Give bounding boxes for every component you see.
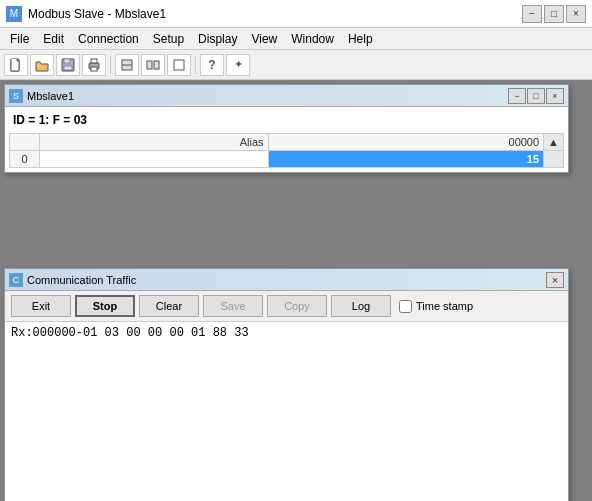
menu-view[interactable]: View [245, 30, 283, 48]
table-row: 0 15 [10, 151, 564, 168]
mbslave1-window: S Mbslave1 − □ × ID = 1: F = 03 Alias 00… [4, 84, 569, 173]
menu-help[interactable]: Help [342, 30, 379, 48]
scrollbar-header[interactable]: ▲ [544, 134, 564, 151]
menu-file[interactable]: File [4, 30, 35, 48]
col-rownum-header [10, 134, 40, 151]
menu-setup[interactable]: Setup [147, 30, 190, 48]
comm-icon: C [9, 273, 23, 287]
value-cell: 15 [268, 151, 544, 168]
app-icon: M [6, 6, 22, 22]
comm-close-button[interactable]: × [546, 272, 564, 288]
app-title: Modbus Slave - Mbslave1 [28, 7, 166, 21]
svg-rect-7 [91, 59, 97, 63]
comm-buttons-bar: Exit Stop Clear Save Copy Log Time stamp [5, 291, 568, 322]
toolbar-sep1 [110, 56, 111, 74]
new-button[interactable] [4, 54, 28, 76]
maximize-button[interactable]: □ [544, 5, 564, 23]
open-button[interactable] [30, 54, 54, 76]
workspace: S Mbslave1 − □ × ID = 1: F = 03 Alias 00… [0, 80, 592, 501]
mbslave1-title-bar: S Mbslave1 − □ × [5, 85, 568, 107]
save-button[interactable] [56, 54, 80, 76]
svg-rect-5 [64, 66, 72, 70]
svg-rect-13 [174, 60, 184, 70]
alias-cell [40, 151, 269, 168]
mbslave1-icon: S [9, 89, 23, 103]
col-value-header: 00000 [268, 134, 544, 151]
stop-button[interactable]: Stop [75, 295, 135, 317]
svg-rect-4 [64, 59, 70, 63]
mbslave1-close[interactable]: × [546, 88, 564, 104]
copy-button[interactable]: Copy [267, 295, 327, 317]
help-button[interactable]: ? [200, 54, 224, 76]
timestamp-label: Time stamp [416, 300, 473, 312]
slave-content: ID = 1: F = 03 Alias 00000 ▲ 0 [5, 107, 568, 172]
print-button[interactable] [82, 54, 106, 76]
comm-content: Rx:000000-01 03 00 00 00 01 88 33 [5, 322, 568, 501]
timestamp-checkbox[interactable] [399, 300, 412, 313]
comm-traffic-window: C Communication Traffic × Exit Stop Clea… [4, 268, 569, 501]
menu-connection[interactable]: Connection [72, 30, 145, 48]
slave-table: Alias 00000 ▲ 0 15 [9, 133, 564, 168]
mbslave1-maximize[interactable]: □ [527, 88, 545, 104]
clear-button[interactable]: Clear [139, 295, 199, 317]
mbslave1-controls: − □ × [508, 88, 564, 104]
menu-bar: File Edit Connection Setup Display View … [0, 28, 592, 50]
scrollbar-cell [544, 151, 564, 168]
toolbar-doc2-button[interactable] [141, 54, 165, 76]
toolbar-doc3-button[interactable] [167, 54, 191, 76]
mbslave1-title: Mbslave1 [27, 90, 74, 102]
about-button[interactable]: ✦ [226, 54, 250, 76]
id-line: ID = 1: F = 03 [9, 111, 564, 129]
timestamp-area: Time stamp [399, 300, 473, 313]
minimize-button[interactable]: − [522, 5, 542, 23]
exit-button[interactable]: Exit [11, 295, 71, 317]
toolbar: ? ✦ [0, 50, 592, 80]
close-button[interactable]: × [566, 5, 586, 23]
svg-rect-11 [147, 61, 152, 69]
menu-edit[interactable]: Edit [37, 30, 70, 48]
col-alias-header: Alias [40, 134, 269, 151]
menu-display[interactable]: Display [192, 30, 243, 48]
menu-window[interactable]: Window [285, 30, 340, 48]
toolbar-sep2 [195, 56, 196, 74]
main-title-bar: M Modbus Slave - Mbslave1 − □ × [0, 0, 592, 28]
toolbar-doc1-button[interactable] [115, 54, 139, 76]
log-button[interactable]: Log [331, 295, 391, 317]
comm-title-bar: C Communication Traffic × [5, 269, 568, 291]
save-button[interactable]: Save [203, 295, 263, 317]
row-number: 0 [10, 151, 40, 168]
window-controls: − □ × [522, 5, 586, 23]
slave-table-wrapper: Alias 00000 ▲ 0 15 [9, 133, 564, 168]
mbslave1-minimize[interactable]: − [508, 88, 526, 104]
comm-title: Communication Traffic [27, 274, 136, 286]
rx-data-line: Rx:000000-01 03 00 00 00 01 88 33 [11, 326, 562, 340]
svg-rect-8 [91, 67, 97, 71]
svg-rect-12 [154, 61, 159, 69]
